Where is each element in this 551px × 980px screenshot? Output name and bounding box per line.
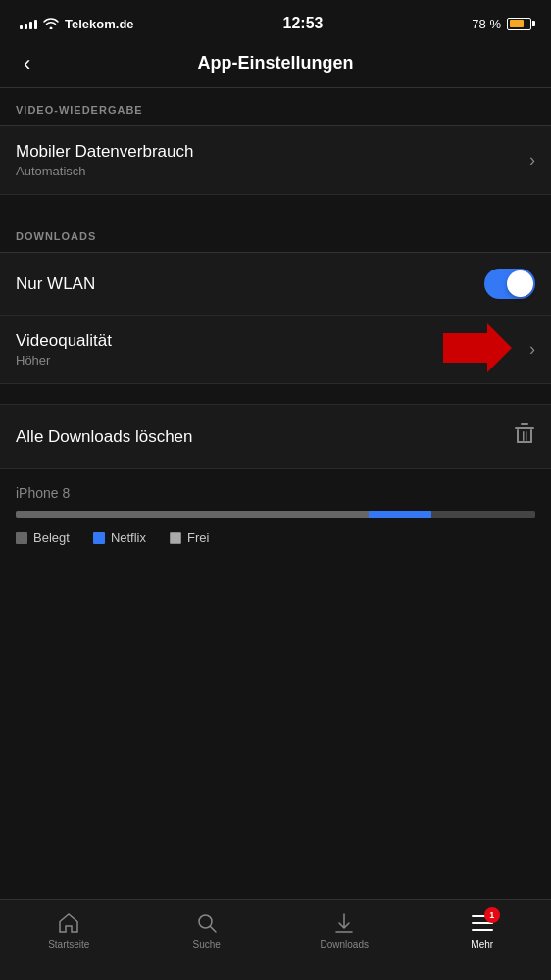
storage-bar-netflix	[369, 511, 431, 518]
svg-rect-6	[523, 431, 525, 441]
page-title: App-Einstellungen	[198, 53, 354, 74]
tab-downloads[interactable]: Downloads	[276, 907, 414, 950]
svg-rect-1	[515, 427, 534, 429]
chevron-icon-mobiler-datenverbrauch: ›	[529, 150, 535, 171]
delete-row-title: Alle Downloads löschen	[16, 427, 193, 447]
section-label-downloads: DOWNLOADS	[0, 215, 551, 252]
mehr-badge: 1	[484, 907, 500, 923]
download-icon	[332, 911, 356, 935]
svg-rect-5	[517, 441, 532, 443]
storage-bar-free	[431, 511, 535, 518]
row-mobiler-datenverbrauch[interactable]: Mobiler Datenverbrauch Automatisch ›	[0, 126, 551, 195]
signal-icon	[20, 18, 37, 29]
row-videoqualitaet[interactable]: Videoqualität Höher ›	[0, 316, 551, 384]
red-arrow-annotation	[443, 323, 512, 376]
row-title-mobiler-datenverbrauch: Mobiler Datenverbrauch	[16, 142, 522, 162]
menu-icon: 1	[471, 911, 494, 935]
storage-legend: Belegt Netflix Frei	[16, 530, 535, 545]
section-label-video: VIDEO-WIEDERGABE	[0, 88, 551, 125]
legend-item-netflix: Netflix	[93, 530, 146, 545]
status-time: 12:53	[283, 15, 324, 32]
back-button[interactable]: ‹	[16, 47, 38, 80]
device-name: iPhone 8	[16, 485, 535, 501]
battery-percent: 78 %	[472, 17, 501, 31]
carrier-name: Telekom.de	[65, 17, 134, 31]
row-title-nur-wlan: Nur WLAN	[16, 274, 484, 294]
battery-icon	[507, 18, 531, 30]
section-video-wiedergabe: VIDEO-WIEDERGABE Mobiler Datenverbrauch …	[0, 88, 551, 195]
row-subtitle-mobiler-datenverbrauch: Automatisch	[16, 164, 522, 178]
tab-suche[interactable]: Suche	[138, 907, 276, 950]
search-icon	[195, 911, 219, 935]
chevron-icon-videoqualitaet: ›	[529, 339, 535, 360]
svg-marker-0	[443, 323, 512, 372]
tab-label-mehr: Mehr	[471, 939, 493, 950]
trash-icon	[514, 422, 535, 451]
legend-item-used: Belegt	[16, 530, 70, 545]
legend-item-free: Frei	[170, 530, 209, 545]
tab-label-downloads: Downloads	[321, 939, 369, 950]
svg-rect-2	[521, 423, 528, 425]
svg-rect-4	[530, 429, 532, 443]
tab-label-startseite: Startseite	[48, 939, 89, 950]
toggle-nur-wlan[interactable]	[484, 269, 535, 299]
svg-rect-3	[517, 429, 519, 443]
wifi-icon	[43, 18, 59, 29]
tab-startseite[interactable]: Startseite	[0, 907, 138, 950]
tab-mehr[interactable]: 1 Mehr	[414, 907, 552, 950]
tab-label-suche: Suche	[193, 939, 221, 950]
row-alle-downloads-loeschen[interactable]: Alle Downloads löschen	[0, 404, 551, 469]
row-nur-wlan[interactable]: Nur WLAN	[0, 253, 551, 316]
home-icon	[57, 911, 80, 935]
svg-line-9	[210, 927, 216, 933]
svg-rect-7	[526, 431, 527, 441]
header: ‹ App-Einstellungen	[0, 43, 551, 87]
storage-bar	[16, 511, 535, 518]
section-downloads: DOWNLOADS Nur WLAN Videoqualität Höher	[0, 215, 551, 384]
red-arrow-icon	[443, 323, 512, 372]
storage-bar-used	[16, 511, 369, 518]
storage-section: iPhone 8 Belegt Netflix Frei	[0, 469, 551, 553]
status-bar: Telekom.de 12:53 78 %	[0, 0, 551, 43]
tab-bar: Startseite Suche Downloads 1	[0, 899, 551, 980]
